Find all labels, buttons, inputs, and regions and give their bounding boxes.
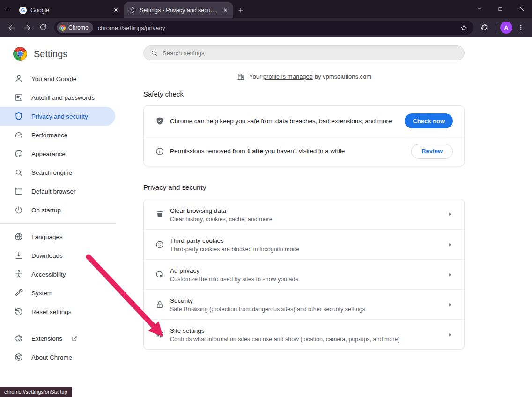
sidebar-item-about-chrome[interactable]: About Chrome: [0, 348, 116, 367]
clear-browsing-data-row[interactable]: Clear browsing dataClear history, cookie…: [144, 199, 464, 229]
cookie-icon: [155, 240, 164, 249]
sidebar-item-system[interactable]: System: [0, 284, 116, 302]
safety-check-header: Safety check: [143, 90, 465, 98]
managed-profile-notice: Your profile is managed by vpmsolutions.…: [143, 72, 465, 81]
third-party-cookies-row[interactable]: Third-party cookiesThird-party cookies a…: [144, 229, 464, 259]
row-subtitle: Safe Browsing (protection from dangerous…: [170, 306, 447, 313]
chrome-url-badge[interactable]: Chrome: [57, 22, 93, 33]
settings-main: Your profile is managed by vpmsolutions.…: [116, 37, 532, 397]
tab-settings[interactable]: Settings - Privacy and security: [124, 2, 233, 18]
security-row[interactable]: SecuritySafe Browsing (protection from d…: [144, 289, 464, 319]
sidebar-item-on-startup[interactable]: On startup: [0, 201, 116, 219]
tune-icon: [155, 330, 164, 339]
sidebar-item-languages[interactable]: Languages: [0, 227, 116, 246]
person-icon: [14, 74, 23, 83]
sidebar-header: Settings: [0, 37, 116, 69]
sidebar-item-extensions[interactable]: Extensions: [0, 329, 116, 348]
extensions-puzzle-icon: [480, 23, 489, 32]
managed-suffix: by vpmsolutions.com: [313, 73, 371, 80]
chrome-logo-icon: [14, 352, 23, 362]
bookmark-star-icon: [460, 24, 468, 32]
window-controls: [469, 0, 532, 18]
sidebar-item-accessibility[interactable]: Accessibility: [0, 265, 116, 284]
chrome-logo-icon: [13, 47, 27, 61]
sidebar-item-label: Accessibility: [31, 271, 66, 278]
toolbar-separator: [496, 23, 496, 32]
sidebar-item-label: About Chrome: [31, 354, 72, 361]
minimize-button[interactable]: [469, 0, 490, 18]
site-settings-row[interactable]: Site settingsControls what information s…: [144, 319, 464, 349]
sidebar-item-label: System: [31, 290, 52, 297]
palette-icon: [14, 149, 23, 158]
address-bar[interactable]: Chrome chrome://settings/privacy: [54, 21, 473, 35]
forward-button[interactable]: [20, 20, 35, 35]
external-link-icon: [71, 335, 78, 342]
menu-dots-icon: [517, 24, 525, 31]
row-subtitle: Controls what information sites can use …: [170, 336, 447, 343]
reload-button[interactable]: [36, 20, 51, 35]
bookmark-button[interactable]: [458, 22, 470, 34]
sidebar-item-label: Privacy and security: [31, 113, 88, 120]
puzzle-icon: [14, 334, 23, 343]
browser-menu-button[interactable]: [513, 20, 528, 35]
row-title: Clear browsing data: [170, 207, 226, 214]
browser-window-icon: [14, 187, 23, 196]
autofill-icon: [14, 93, 23, 102]
row-title: Third-party cookies: [170, 237, 224, 244]
sidebar-item-reset-settings[interactable]: Reset settings: [0, 302, 116, 321]
tab-search-icon: [4, 6, 10, 12]
tab-close-button[interactable]: [111, 6, 120, 15]
row-title: Ad privacy: [170, 267, 200, 274]
site-count: 1 site: [247, 148, 263, 155]
sidebar-item-label: Default browser: [31, 188, 76, 195]
sidebar-item-label: You and Google: [31, 75, 76, 82]
chevron-right-icon: [447, 242, 453, 247]
extensions-button[interactable]: [477, 20, 492, 35]
new-tab-icon: [237, 7, 244, 14]
new-tab-button[interactable]: [233, 2, 248, 18]
sidebar-item-you-and-google[interactable]: You and Google: [0, 69, 116, 88]
review-button[interactable]: Review: [411, 144, 453, 159]
ad-privacy-row[interactable]: Ad privacyCustomize the info used by sit…: [144, 259, 464, 289]
close-icon: [519, 6, 525, 12]
gear-icon: [129, 7, 136, 14]
safety-check-row: Chrome can help keep you safe from data …: [144, 106, 464, 136]
tab-close-button[interactable]: [221, 6, 229, 15]
profile-avatar[interactable]: A: [500, 22, 512, 34]
sidebar-item-appearance[interactable]: Appearance: [0, 144, 116, 163]
speedometer-icon: [14, 130, 23, 140]
sidebar-item-privacy-and-security[interactable]: Privacy and security: [0, 107, 115, 126]
security-shield-icon: [14, 112, 23, 121]
sidebar-item-autofill[interactable]: Autofill and passwords: [0, 88, 116, 107]
profile-managed-link[interactable]: profile is managed: [263, 73, 313, 80]
status-bar-url: chrome://settings/onStartup: [0, 387, 72, 397]
maximize-button[interactable]: [490, 0, 511, 18]
chevron-right-icon: [447, 211, 453, 217]
back-icon: [7, 23, 16, 32]
privacy-card: Clear browsing dataClear history, cookie…: [143, 199, 465, 350]
search-icon: [150, 49, 158, 57]
sidebar-divider: [0, 223, 116, 224]
sidebar-item-default-browser[interactable]: Default browser: [0, 182, 116, 201]
info-icon: [155, 147, 164, 156]
chevron-right-icon: [447, 302, 453, 307]
tab-google[interactable]: G Google: [14, 2, 124, 18]
settings-sidebar: Settings You and Google Autofill and pas…: [0, 37, 116, 397]
close-window-button[interactable]: [511, 0, 532, 18]
chrome-logo-icon: [59, 25, 66, 31]
sidebar-item-search-engine[interactable]: Search engine: [0, 163, 116, 182]
sidebar-item-label: Performance: [31, 132, 67, 139]
sidebar-item-label: On startup: [31, 207, 61, 214]
maximize-icon: [498, 7, 503, 12]
tab-search-button[interactable]: [0, 0, 14, 18]
permissions-removed-text: Permissions removed from 1 site you have…: [170, 148, 345, 155]
search-input[interactable]: [163, 50, 458, 57]
minimize-icon: [477, 6, 482, 12]
building-icon: [236, 72, 245, 81]
ads-click-icon: [155, 270, 164, 279]
back-button[interactable]: [4, 20, 19, 35]
search-settings-bar[interactable]: [143, 45, 465, 60]
sidebar-item-downloads[interactable]: Downloads: [0, 246, 116, 265]
check-now-button[interactable]: Check now: [405, 113, 453, 128]
sidebar-item-performance[interactable]: Performance: [0, 126, 116, 144]
